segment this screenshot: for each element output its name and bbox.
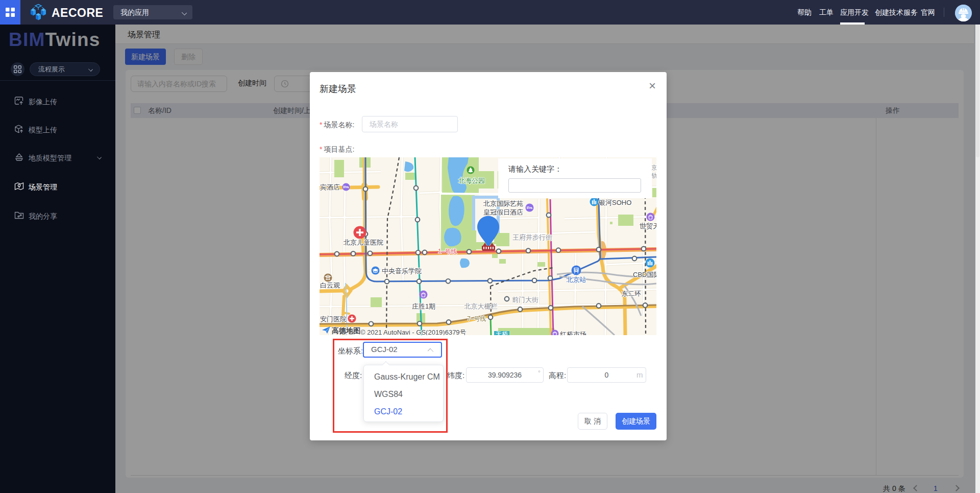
svg-text:天桥: 天桥 bbox=[496, 331, 508, 335]
